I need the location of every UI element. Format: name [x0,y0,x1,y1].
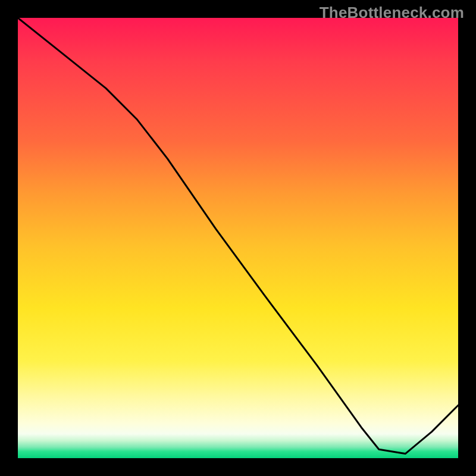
bottleneck-curve [18,18,458,458]
plot-frame [18,18,458,458]
chart-root: TheBottleneck.com [0,0,476,476]
